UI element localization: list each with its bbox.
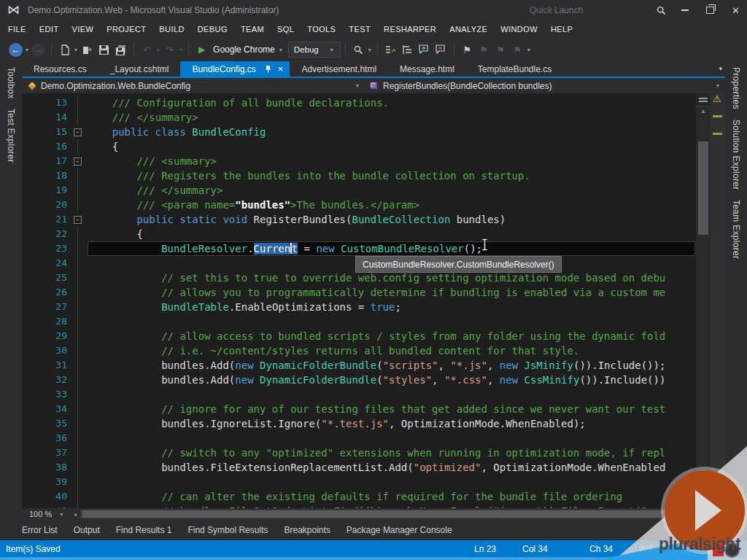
panel-tab-find-symbol-results[interactable]: Find Symbol Results [179,525,276,535]
find-in-files-icon[interactable] [352,43,365,57]
menu-view[interactable]: VIEW [66,25,101,34]
navigate-back-dropdown-icon[interactable]: ▾ [26,47,28,53]
undo-icon[interactable]: ↶ [140,43,154,57]
navigate-back-icon[interactable]: ← [9,43,23,57]
menu-build[interactable]: BUILD [152,25,190,34]
menu-project[interactable]: PROJECT [100,25,152,34]
bookmark-icon[interactable]: ⚑ [460,43,474,57]
code-line-17[interactable]: 17- /// <summary> [22,154,695,168]
navbar-member-dropdown[interactable]: RegisterBundles(BundleCollection bundles… [383,81,551,91]
left-tool-tab-toolbox[interactable]: Toolbox [6,67,16,98]
pin-tab-icon[interactable] [265,65,271,73]
code-line-34[interactable]: 34 // ignore for any of our testing file… [22,402,695,416]
solution-navigate-icon[interactable] [384,43,398,57]
scroll-right-icon[interactable]: ▸ [715,511,725,518]
code-line-39[interactable]: 39 [22,475,695,489]
code-text[interactable]: public static void RegisterBundles(Bundl… [88,212,695,227]
code-line-30[interactable]: 30 // i.e. ~/content/styles returns all … [22,343,695,358]
panel-tab-breakpoints[interactable]: Breakpoints [276,525,338,535]
close-tab-icon[interactable]: × [278,64,284,74]
code-text[interactable]: /// Registers the bundles into the bundl… [88,168,695,183]
code-text[interactable]: bundles.Add(new DynamicFolderBundle("scr… [88,358,695,373]
code-text[interactable]: /// </summary> [88,110,695,125]
warning-mark[interactable] [713,133,722,135]
save-all-icon[interactable] [114,43,128,57]
menu-edit[interactable]: EDIT [33,25,66,34]
next-bookmark-icon[interactable]: ⚑ [494,43,508,57]
code-text[interactable]: // switch to any "optimized" extensions … [88,446,695,460]
code-text[interactable]: /// <param name="bundles">The bundles.</… [88,198,695,212]
toolbar-overflow-icon[interactable]: ▾ [527,47,530,53]
code-line-40[interactable]: 40 // can alter the existing defaults if… [22,489,695,504]
tab-advertisement-html[interactable]: Advertisement.html [290,61,388,77]
restore-button[interactable] [706,7,714,14]
code-text[interactable]: bundles.IgnoreList.Ignore("*.test.js", O… [88,416,695,431]
remove-comment-icon[interactable] [434,43,448,57]
code-text[interactable] [88,431,695,446]
code-line-13[interactable]: 13 /// Configuration of all bundle decla… [22,96,695,110]
code-text[interactable]: /// </summary> [88,183,695,198]
add-item-icon[interactable] [80,43,94,57]
clear-bookmarks-icon[interactable]: ⚑ [511,43,525,57]
menu-window[interactable]: WINDOW [494,25,544,34]
menu-file[interactable]: FILE [1,25,33,34]
tab-_layout-cshtml[interactable]: _Layout.cshtml [98,61,181,77]
redo-dropdown-icon[interactable]: ▾ [179,47,182,53]
code-line-20[interactable]: 20 /// <param name="bundles">The bundles… [22,198,695,212]
menu-test[interactable]: TEST [342,25,377,34]
right-tool-tab-team-explorer[interactable]: Team Explorer [731,200,741,259]
minimize-button[interactable] [681,9,689,11]
code-text[interactable]: // i.e. ~/content/styles returns all bun… [88,343,695,358]
zoom-control[interactable]: 100 %▾ [22,510,70,518]
left-tool-tab-test-explorer[interactable]: Test Explorer [6,109,16,163]
menu-help[interactable]: HELP [544,25,579,34]
right-tool-tab-solution-explorer[interactable]: Solution Explorer [731,120,741,190]
tab-bundleconfig-cs[interactable]: BundleConfig.cs× [180,61,290,77]
quick-launch-input[interactable]: Quick Launch [530,5,583,15]
code-line-33[interactable]: 33 [22,387,695,402]
code-text[interactable]: BundleTable.EnableOptimizations = true; [88,300,695,314]
menu-tools[interactable]: TOOLS [301,25,342,34]
code-line-18[interactable]: 18 /// Registers the bundles into the bu… [22,168,695,183]
code-line-35[interactable]: 35 bundles.IgnoreList.Ignore("*.test.js"… [22,416,695,431]
find-dropdown-icon[interactable]: ▾ [368,47,371,53]
code-line-15[interactable]: 15- public class BundleConfig [22,125,695,139]
code-line-25[interactable]: 25 // set this to true to override web.c… [22,271,695,285]
vertical-scrollbar[interactable]: ▲ ▼ [696,93,711,508]
code-line-36[interactable]: 36 [22,431,695,446]
panel-tab-output[interactable]: Output [66,525,108,535]
code-text[interactable]: bundles.FileExtensionReplacementList.Add… [88,460,695,475]
tab-overflow-icon[interactable]: ▾ [719,65,722,72]
previous-bookmark-icon[interactable]: ⚑ [477,43,491,57]
code-line-26[interactable]: 26 // allows you to programmatically det… [22,285,695,300]
save-icon[interactable] [97,43,111,57]
code-text[interactable]: // can alter the existing defaults if re… [88,489,695,504]
code-line-29[interactable]: 29 // allow access to bundled scripts / … [22,329,695,343]
code-text[interactable]: { [88,139,695,154]
scroll-down-icon[interactable]: ▼ [696,500,711,507]
resharper-warning-icon[interactable]: ⚠ [713,93,721,104]
code-text[interactable]: // ignore for any of our testing files t… [88,402,695,416]
menu-resharper[interactable]: RESHARPER [377,25,443,34]
menu-team[interactable]: TEAM [234,25,271,34]
tab-message-html[interactable]: Message.html [388,61,466,77]
code-text[interactable] [88,314,695,329]
code-text[interactable]: // allows you to programmatically determ… [88,285,695,300]
menu-sql[interactable]: SQL [271,25,301,34]
code-line-16[interactable]: 16 { [22,139,695,154]
split-window-handle-icon[interactable] [696,93,711,106]
panel-tab-error-list[interactable]: Error List [14,525,66,535]
code-text[interactable]: { [88,227,695,241]
code-lines[interactable]: 13 /// Configuration of all bundle decla… [22,96,695,508]
run-target-dropdown-icon[interactable]: ▾ [279,47,282,53]
fold-collapse-icon[interactable]: - [67,212,88,227]
code-line-37[interactable]: 37 // switch to any "optimized" extensio… [22,446,695,460]
code-text[interactable]: BundleResolver.Current = new CustomBundl… [88,241,695,256]
panel-tab-package-manager-console[interactable]: Package Manager Console [338,525,460,535]
redo-icon[interactable]: ↷ [163,43,177,57]
code-line-38[interactable]: 38 bundles.FileExtensionReplacementList.… [22,460,695,475]
code-line-14[interactable]: 14 /// </summary> [22,110,695,125]
close-button[interactable]: ✕ [732,6,740,15]
code-line-23[interactable]: 23 BundleResolver.Current = new CustomBu… [22,241,695,256]
scroll-up-icon[interactable]: ▲ [696,108,711,114]
